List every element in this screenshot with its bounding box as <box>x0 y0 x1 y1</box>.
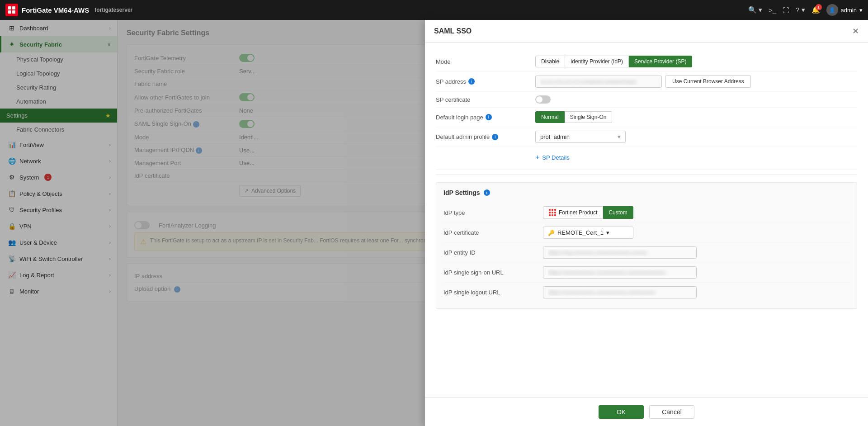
mode-disable-button[interactable]: Disable <box>535 56 565 67</box>
login-page-sso-button[interactable]: Single Sign-On <box>565 111 613 123</box>
form-row-idp-sso-url: IdP single sign-on URL <box>443 263 849 283</box>
form-row-idp-slo-url: IdP single logout URL <box>443 283 849 302</box>
sp-address-info-icon[interactable]: i <box>468 78 475 85</box>
dialog-title: SAML SSO <box>434 27 472 35</box>
app-name: FortiGate VM64-AWS <box>22 6 89 14</box>
dialog-footer: OK Cancel <box>425 398 868 426</box>
section-divider <box>436 175 857 175</box>
idp-sso-url-control <box>543 266 849 279</box>
login-page-btn-group: Normal Single Sign-On <box>535 111 612 123</box>
notifications-icon[interactable]: 🔔 1 <box>811 6 820 14</box>
idp-certificate-control: 🔑 REMOTE_Cert_1 ▾ <box>543 227 849 239</box>
idp-certificate-select[interactable]: 🔑 REMOTE_Cert_1 ▾ <box>543 227 633 239</box>
default-admin-profile-select[interactable]: prof_admin ▾ <box>535 131 626 143</box>
notification-badge: 1 <box>816 4 822 10</box>
svg-rect-2 <box>8 10 11 14</box>
idp-type-control: Fortinet Product Custom <box>543 206 849 219</box>
idp-type-fortinet-label: Fortinet Product <box>559 209 597 216</box>
idp-type-btn-group: Fortinet Product Custom <box>543 206 633 219</box>
top-navigation: FortiGate VM64-AWS fortigateserver 🔍 ▾ >… <box>0 0 868 20</box>
default-admin-profile-control: prof_admin ▾ <box>535 131 857 143</box>
chevron-down-icon: ▾ <box>618 133 621 140</box>
form-row-default-admin-profile: Default admin profile i prof_admin ▾ <box>436 127 857 147</box>
mode-control: Disable Identity Provider (IdP) Service … <box>535 56 857 67</box>
form-row-sp-certificate: SP certificate <box>436 92 857 108</box>
sp-details-label: SP Details <box>542 154 569 161</box>
idp-type-fortinet-button[interactable]: Fortinet Product <box>543 206 603 219</box>
idp-entity-id-input[interactable] <box>543 246 697 259</box>
sp-address-input[interactable] <box>535 76 662 88</box>
idp-sso-url-label: IdP single sign-on URL <box>443 269 543 276</box>
default-login-page-label: Default login page i <box>436 114 535 121</box>
user-label: admin <box>841 7 857 14</box>
sp-certificate-label: SP certificate <box>436 96 535 103</box>
idp-entity-id-control <box>543 246 849 259</box>
dialog-header: SAML SSO ✕ <box>425 20 868 43</box>
form-row-idp-type: IdP type Fortinet Product <box>443 203 849 223</box>
svg-rect-3 <box>12 10 15 14</box>
mode-label: Mode <box>436 58 535 65</box>
idp-slo-url-label: IdP single logout URL <box>443 289 543 296</box>
idp-settings-title: IdP Settings <box>443 189 480 196</box>
admin-profile-value: prof_admin <box>540 133 570 140</box>
user-avatar: 👤 <box>826 4 838 16</box>
mode-btn-group: Disable Identity Provider (IdP) Service … <box>535 56 692 67</box>
cli-icon[interactable]: >_ <box>769 6 776 14</box>
sp-address-control: Use Current Browser Address <box>535 75 857 88</box>
mode-idp-button[interactable]: Identity Provider (IdP) <box>565 56 629 67</box>
cancel-button[interactable]: Cancel <box>649 405 694 419</box>
app-hostname: fortigateserver <box>94 7 132 13</box>
idp-settings-section: IdP Settings i IdP type <box>436 182 857 309</box>
sp-details-control: + SP Details <box>535 151 857 163</box>
svg-rect-0 <box>8 6 11 9</box>
default-admin-profile-label: Default admin profile i <box>436 133 535 140</box>
idp-sso-url-input[interactable] <box>543 266 697 279</box>
use-current-browser-button[interactable]: Use Current Browser Address <box>665 75 751 88</box>
idp-type-custom-button[interactable]: Custom <box>603 206 633 219</box>
idp-entity-id-label: IdP entity ID <box>443 249 543 256</box>
idp-slo-url-input[interactable] <box>543 286 697 298</box>
chevron-down-icon: ▾ <box>606 229 609 236</box>
topnav-right: 🔍 ▾ >_ ⛶ ? ▾ 🔔 1 👤 admin ▾ <box>748 4 863 16</box>
form-row-sp-details: + SP Details <box>436 147 857 170</box>
sp-certificate-toggle[interactable] <box>535 95 551 104</box>
form-row-idp-entity-id: IdP entity ID <box>443 243 849 263</box>
certificate-icon: 🔑 <box>548 230 555 236</box>
form-row-idp-certificate: IdP certificate 🔑 REMOTE_Cert_1 ▾ <box>443 223 849 243</box>
fullscreen-icon[interactable]: ⛶ <box>783 6 789 14</box>
dialog-overlay: SAML SSO ✕ Mode Disable Identity Provide… <box>0 20 868 426</box>
fortinet-grid-icon <box>549 209 556 216</box>
sp-details-expand-button[interactable]: + SP Details <box>535 151 570 163</box>
default-login-page-control: Normal Single Sign-On <box>535 111 857 123</box>
idp-certificate-value: REMOTE_Cert_1 <box>557 229 604 236</box>
login-page-normal-button[interactable]: Normal <box>535 111 565 123</box>
svg-rect-1 <box>12 6 15 9</box>
default-login-info-icon[interactable]: i <box>486 114 492 120</box>
logo-icon <box>5 4 18 16</box>
saml-sso-dialog: SAML SSO ✕ Mode Disable Identity Provide… <box>425 20 868 426</box>
sp-certificate-control <box>535 95 857 104</box>
idp-slo-url-control <box>543 286 849 298</box>
idp-settings-info-icon[interactable]: i <box>484 189 490 196</box>
idp-certificate-label: IdP certificate <box>443 229 543 236</box>
app-logo: FortiGate VM64-AWS fortigateserver <box>5 4 132 16</box>
form-row-sp-address: SP address i Use Current Browser Address <box>436 71 857 92</box>
ok-button[interactable]: OK <box>599 405 644 419</box>
form-row-default-login-page: Default login page i Normal Single Sign-… <box>436 108 857 127</box>
user-chevron: ▾ <box>859 7 863 14</box>
default-admin-profile-info-icon[interactable]: i <box>492 134 498 140</box>
help-icon[interactable]: ? ▾ <box>796 6 805 14</box>
plus-icon: + <box>535 153 539 161</box>
dialog-body: Mode Disable Identity Provider (IdP) Ser… <box>425 43 868 398</box>
idp-type-label: IdP type <box>443 209 543 216</box>
mode-sp-button[interactable]: Service Provider (SP) <box>629 56 692 67</box>
idp-settings-header: IdP Settings i <box>443 189 849 196</box>
user-menu[interactable]: 👤 admin ▾ <box>826 4 863 16</box>
dialog-close-button[interactable]: ✕ <box>852 26 859 36</box>
sp-address-label: SP address i <box>436 78 535 85</box>
search-icon[interactable]: 🔍 ▾ <box>748 6 762 14</box>
form-row-mode: Mode Disable Identity Provider (IdP) Ser… <box>436 52 857 71</box>
